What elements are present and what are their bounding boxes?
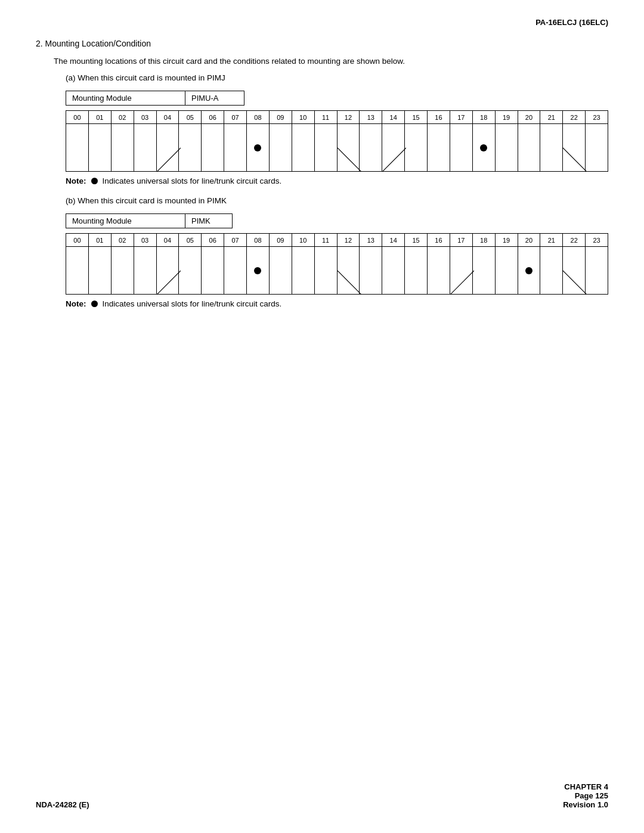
cell-b-00 — [66, 247, 89, 295]
th-17: 17 — [450, 111, 472, 124]
bth-09: 09 — [269, 234, 292, 247]
th-06: 06 — [202, 111, 224, 124]
cell-b-06 — [202, 247, 224, 295]
diag-b-17 — [450, 247, 474, 295]
diag-a-04 — [157, 124, 181, 172]
cell-a-17 — [450, 124, 472, 172]
diag-b-04 — [157, 247, 181, 295]
svg-line-4 — [157, 271, 181, 295]
cell-a-21 — [540, 124, 563, 172]
bth-22: 22 — [563, 234, 586, 247]
cell-a-13 — [360, 124, 382, 172]
pimk-label: PIMK — [185, 213, 233, 228]
bth-01: 01 — [88, 234, 111, 247]
bth-13: 13 — [360, 234, 382, 247]
dot-b-20 — [525, 267, 532, 274]
note-a-dot — [91, 178, 98, 184]
th-08: 08 — [247, 111, 270, 124]
bth-05: 05 — [179, 234, 202, 247]
bth-08: 08 — [247, 234, 270, 247]
cell-a-12 — [337, 124, 360, 172]
bth-19: 19 — [495, 234, 518, 247]
bth-20: 20 — [518, 234, 540, 247]
dot-a-08 — [254, 144, 261, 151]
cell-a-06 — [202, 124, 224, 172]
th-23: 23 — [586, 111, 608, 124]
diag-a-12 — [338, 124, 361, 172]
svg-line-7 — [563, 271, 587, 295]
th-14: 14 — [382, 111, 405, 124]
th-01: 01 — [88, 111, 111, 124]
section-title: 2. Mounting Location/Condition — [36, 39, 608, 48]
sub-item-b-label: (b) When this circuit card is mounted in… — [66, 196, 608, 205]
footer-revision: Revision 1.0 — [563, 800, 608, 809]
cell-a-08 — [247, 124, 270, 172]
bth-04: 04 — [156, 234, 179, 247]
slot-table-b: 00 01 02 03 04 05 06 07 08 09 10 11 12 1… — [66, 233, 608, 295]
cell-b-08 — [247, 247, 270, 295]
cell-a-20 — [518, 124, 540, 172]
dot-b-08 — [254, 267, 261, 274]
th-04: 04 — [156, 111, 179, 124]
bth-07: 07 — [224, 234, 247, 247]
cell-b-16 — [428, 247, 450, 295]
svg-line-2 — [382, 148, 406, 172]
bth-23: 23 — [586, 234, 608, 247]
pimu-a-label: PIMU-A — [185, 91, 244, 106]
note-b-label: Note: — [66, 299, 86, 308]
cell-a-19 — [495, 124, 518, 172]
th-19: 19 — [495, 111, 518, 124]
slot-grid-a: 00 01 02 03 04 05 06 07 08 09 10 11 12 1… — [66, 110, 608, 172]
note-a: Note: Indicates universal slots for line… — [66, 176, 608, 185]
th-11: 11 — [314, 111, 337, 124]
th-05: 05 — [179, 111, 202, 124]
cell-b-17 — [450, 247, 472, 295]
cell-a-10 — [292, 124, 314, 172]
table-b-label-row: Mounting Module PIMK — [66, 213, 578, 228]
note-b-dot — [91, 301, 98, 307]
footer-page: Page 125 — [563, 791, 608, 800]
cell-b-11 — [314, 247, 337, 295]
cell-a-22 — [563, 124, 586, 172]
cell-b-12 — [337, 247, 360, 295]
footer-chapter: CHAPTER 4 Page 125 Revision 1.0 — [563, 782, 608, 809]
section-number: 2. — [36, 39, 43, 48]
mounting-module-label-a: Mounting Module — [66, 91, 185, 106]
slot-header-row-b: 00 01 02 03 04 05 06 07 08 09 10 11 12 1… — [66, 234, 608, 247]
cell-a-03 — [134, 124, 156, 172]
bth-15: 15 — [405, 234, 428, 247]
footer-chapter-title: CHAPTER 4 — [563, 782, 608, 791]
note-b-text: Indicates universal slots for line/trunk… — [103, 299, 282, 308]
svg-line-1 — [338, 148, 361, 172]
cell-a-07 — [224, 124, 247, 172]
svg-line-6 — [450, 271, 474, 295]
cell-b-03 — [134, 247, 156, 295]
bth-21: 21 — [540, 234, 563, 247]
bth-12: 12 — [337, 234, 360, 247]
cell-b-23 — [586, 247, 608, 295]
cell-a-09 — [269, 124, 292, 172]
slot-header-row-a: 00 01 02 03 04 05 06 07 08 09 10 11 12 1… — [66, 111, 608, 124]
cell-b-01 — [88, 247, 111, 295]
svg-line-5 — [338, 271, 361, 295]
th-22: 22 — [563, 111, 586, 124]
svg-line-0 — [157, 148, 181, 172]
diag-b-12 — [338, 247, 361, 295]
cell-a-16 — [428, 124, 450, 172]
note-a-label: Note: — [66, 176, 86, 185]
cell-b-05 — [179, 247, 202, 295]
note-a-text: Indicates universal slots for line/trunk… — [103, 176, 282, 185]
bth-18: 18 — [472, 234, 495, 247]
diag-a-22 — [563, 124, 587, 172]
th-09: 09 — [269, 111, 292, 124]
diag-a-14 — [382, 124, 406, 172]
cell-b-20 — [518, 247, 540, 295]
page-header: PA-16ELCJ (16ELC) — [36, 18, 608, 27]
bth-10: 10 — [292, 234, 314, 247]
th-21: 21 — [540, 111, 563, 124]
slot-grid-b: 00 01 02 03 04 05 06 07 08 09 10 11 12 1… — [66, 233, 608, 295]
slot-row-a — [66, 124, 608, 172]
bth-02: 02 — [111, 234, 134, 247]
cell-b-04 — [156, 247, 179, 295]
cell-a-04 — [156, 124, 179, 172]
